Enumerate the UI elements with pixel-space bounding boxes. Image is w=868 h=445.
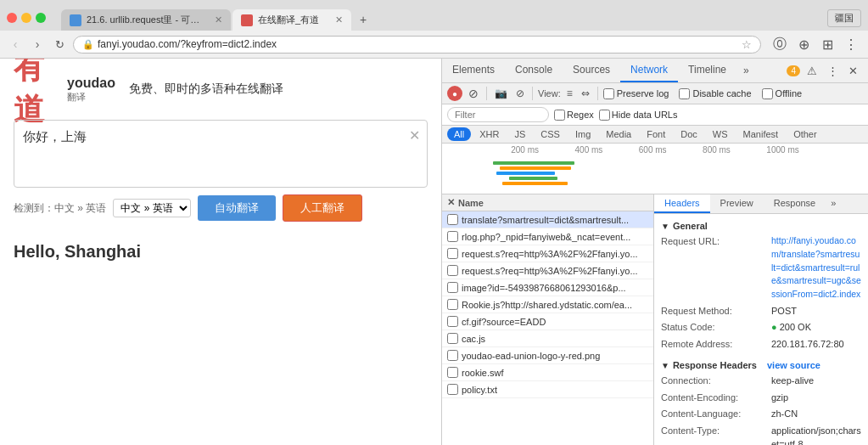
request-checkbox-10[interactable] <box>447 367 458 378</box>
request-item-3[interactable]: request.s?req=http%3A%2F%2Ffanyi.yo... <box>442 245 653 262</box>
youdao-extension-icon[interactable]: ⓪ <box>770 34 790 54</box>
maximize-window-button[interactable] <box>36 13 46 23</box>
tab-timeline[interactable]: Timeline <box>678 59 736 82</box>
tab-close-2[interactable]: ✕ <box>335 14 343 25</box>
offline-checkbox[interactable]: Offline <box>762 88 803 99</box>
general-section-header[interactable]: ▼ General <box>661 221 861 231</box>
type-manifest[interactable]: Manifest <box>736 127 786 141</box>
disable-cache-checkbox[interactable]: Disable cache <box>679 88 751 99</box>
tab-network[interactable]: Network <box>620 59 678 82</box>
browser-tab-1[interactable]: 21.6. urllib.request里 - 可扩... ✕ <box>61 9 231 31</box>
request-checkbox-11[interactable] <box>447 384 458 395</box>
extensions-icon[interactable]: ⋮ <box>841 34 861 54</box>
timeline-area: 200 ms 400 ms 600 ms 800 ms 1000 ms <box>442 144 868 194</box>
record-button[interactable]: ● <box>447 86 462 101</box>
connection-key: Connection: <box>661 374 771 388</box>
address-bar: ‹ › ↻ 🔒 fanyi.youdao.com/?keyfrom=dict2.… <box>0 31 868 59</box>
apps-icon[interactable]: ⊞ <box>817 34 837 54</box>
browser-tab-2[interactable]: 在线翻译_有道 ✕ <box>232 9 351 31</box>
request-item-2[interactable]: rlog.php?_npid=fanyiweb&_ncat=event... <box>442 228 653 245</box>
devtools-settings-icon[interactable]: ⚠ <box>804 63 820 79</box>
chrome-extension-icon[interactable]: ⊕ <box>793 34 814 54</box>
tab-console[interactable]: Console <box>505 59 563 82</box>
request-checkbox-7[interactable] <box>447 316 458 327</box>
request-method-value: POST <box>771 304 797 318</box>
network-toolbar: ● ⊘ 📷 ⊘ View: ≡ ⇔ Preserve log Disable c… <box>442 83 868 104</box>
type-other[interactable]: Other <box>787 127 824 141</box>
list-view-icon[interactable]: ≡ <box>564 87 575 100</box>
preserve-log-checkbox[interactable]: Preserve log <box>603 88 669 99</box>
request-checkbox-9[interactable] <box>447 350 458 361</box>
request-item-6[interactable]: Rookie.js?http://shared.ydstatic.com/ea.… <box>442 296 653 313</box>
request-item-10[interactable]: rookie.swf <box>442 364 653 381</box>
request-item-8[interactable]: cac.js <box>442 330 653 347</box>
spread-view-icon[interactable]: ⇔ <box>579 87 592 100</box>
devtools-menu-icon[interactable]: ⋮ <box>824 63 842 79</box>
devtools-more-tabs[interactable]: » <box>736 59 756 82</box>
bookmark-icon[interactable]: ☆ <box>742 38 752 51</box>
new-tab-button[interactable]: + <box>353 8 373 31</box>
content-language-row: Content-Language: zh-CN <box>661 407 861 421</box>
tab-close-1[interactable]: ✕ <box>215 14 222 25</box>
detail-tabs-more[interactable]: » <box>826 194 841 213</box>
type-xhr[interactable]: XHR <box>473 127 506 141</box>
request-item-7[interactable]: cf.gif?source=EADD <box>442 313 653 330</box>
type-font[interactable]: Font <box>640 127 672 141</box>
requests-details: ✕ Name translate?smartresult=dict&smartr… <box>442 194 868 445</box>
devtools-tabs: Elements Console Sources Network Timelin… <box>442 59 780 82</box>
type-css[interactable]: CSS <box>534 127 567 141</box>
language-bar: 检测到：中文 » 英语 中文 » 英语 自动翻译 人工翻译 <box>14 194 428 222</box>
human-translate-button[interactable]: 人工翻译 <box>283 194 362 222</box>
filter-input[interactable] <box>447 107 549 122</box>
content-language-key: Content-Language: <box>661 407 771 421</box>
detail-tab-response[interactable]: Response <box>764 194 826 213</box>
stop-button[interactable]: ⊘ <box>466 86 481 101</box>
type-media[interactable]: Media <box>599 127 638 141</box>
request-item-1[interactable]: translate?smartresult=dict&smartresult..… <box>442 211 653 228</box>
hide-data-urls-checkbox[interactable]: Hide data URLs <box>599 110 678 121</box>
detail-tab-headers[interactable]: Headers <box>654 194 710 213</box>
camera-icon[interactable]: 📷 <box>492 87 510 100</box>
top-right-button[interactable]: 疆国 <box>827 9 861 27</box>
detail-tab-preview[interactable]: Preview <box>710 194 764 213</box>
regex-input[interactable] <box>554 110 565 121</box>
request-checkbox-5[interactable] <box>447 282 458 293</box>
request-checkbox-1[interactable] <box>447 214 458 225</box>
request-checkbox-8[interactable] <box>447 333 458 344</box>
clear-input-button[interactable]: ✕ <box>409 127 420 144</box>
request-checkbox-3[interactable] <box>447 248 458 259</box>
type-ws[interactable]: WS <box>706 127 735 141</box>
response-headers-section-header[interactable]: ▼ Response Headers view source <box>661 360 861 370</box>
forward-button[interactable]: › <box>29 36 46 53</box>
filter-icon[interactable]: ⊘ <box>513 87 527 100</box>
tab-sources[interactable]: Sources <box>563 59 620 82</box>
language-select[interactable]: 中文 » 英语 <box>113 199 191 217</box>
type-all[interactable]: All <box>447 127 471 141</box>
type-doc[interactable]: Doc <box>674 127 704 141</box>
request-checkbox-2[interactable] <box>447 231 458 242</box>
minimize-window-button[interactable] <box>21 13 31 23</box>
request-item-4[interactable]: request.s?req=http%3A%2F%2Ffanyi.yo... <box>442 262 653 279</box>
request-item-5[interactable]: image?id=-5493987668061293016&p... <box>442 279 653 296</box>
filter-bar: Regex Hide data URLs <box>442 104 868 126</box>
devtools-close-icon[interactable]: ✕ <box>845 63 861 79</box>
request-checkbox-4[interactable] <box>447 265 458 276</box>
type-js[interactable]: JS <box>507 127 532 141</box>
close-window-button[interactable] <box>7 13 17 23</box>
request-item-11[interactable]: policy.txt <box>442 381 653 398</box>
type-img[interactable]: Img <box>568 127 597 141</box>
preserve-log-input[interactable] <box>603 88 614 99</box>
disable-cache-input[interactable] <box>679 88 690 99</box>
view-source-link[interactable]: view source <box>767 360 820 370</box>
requests-close[interactable]: ✕ <box>447 197 455 208</box>
request-checkbox-6[interactable] <box>447 299 458 310</box>
regex-checkbox[interactable]: Regex <box>554 110 594 121</box>
refresh-button[interactable]: ↻ <box>51 36 68 53</box>
offline-input[interactable] <box>762 88 773 99</box>
hide-data-urls-input[interactable] <box>599 110 610 121</box>
url-bar[interactable]: 🔒 fanyi.youdao.com/?keyfrom=dict2.index … <box>73 36 761 54</box>
request-item-9[interactable]: youdao-ead-union-logo-y-red.png <box>442 347 653 364</box>
auto-translate-button[interactable]: 自动翻译 <box>198 195 276 221</box>
back-button[interactable]: ‹ <box>7 36 24 53</box>
tab-elements[interactable]: Elements <box>442 59 505 82</box>
